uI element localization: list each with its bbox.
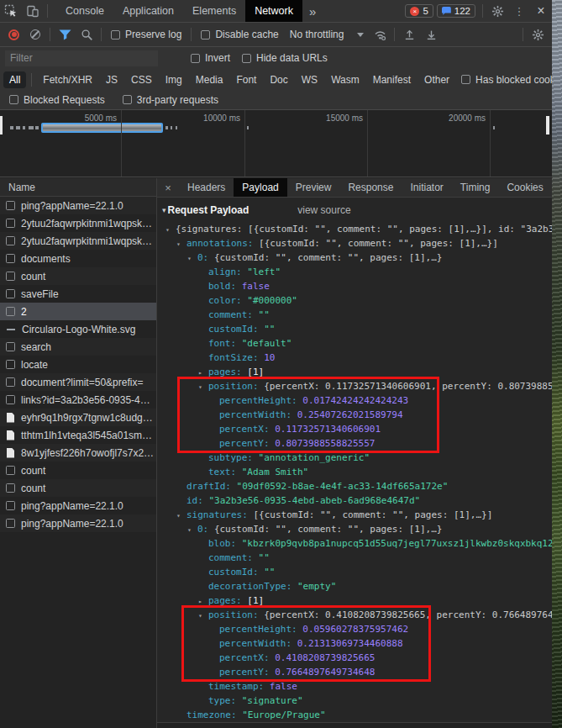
tree-toggle-icon[interactable]: ▾ bbox=[187, 523, 197, 537]
payload-line-pages[interactable]: ▸pages: [1] bbox=[157, 593, 552, 608]
more-tabs-button[interactable]: » bbox=[302, 4, 323, 18]
request-row[interactable]: document?limit=50&prefix= bbox=[0, 373, 156, 391]
tree-toggle-icon[interactable]: ▾ bbox=[187, 251, 197, 266]
clear-network-log-icon[interactable] bbox=[30, 29, 40, 40]
error-badge[interactable]: × 5 bbox=[405, 4, 433, 18]
payload-line-customId: customId: "" bbox=[157, 322, 552, 336]
kebab-menu-icon[interactable]: ⋮ bbox=[508, 0, 530, 22]
detail-tab-initiator[interactable]: Initiator bbox=[402, 178, 451, 197]
pill-js[interactable]: JS bbox=[100, 71, 123, 88]
inspect-element-icon[interactable] bbox=[0, 0, 22, 22]
pill-doc[interactable]: Doc bbox=[264, 71, 293, 88]
tree-toggle-icon[interactable]: ▾ bbox=[198, 380, 208, 394]
detail-tab-cookies[interactable]: Cookies bbox=[498, 178, 551, 197]
timeline-selection[interactable] bbox=[41, 123, 163, 133]
pill-font[interactable]: Font bbox=[230, 71, 262, 88]
view-source-link[interactable]: view source bbox=[297, 204, 350, 216]
timeline-left-handle[interactable] bbox=[0, 116, 3, 135]
request-payload-disclosure-icon[interactable]: ▾ bbox=[162, 206, 166, 214]
payload-line-position[interactable]: ▾position: {percentX: 0.4108208739825665… bbox=[157, 608, 552, 622]
request-row[interactable]: ping?appName=22.1.0 bbox=[0, 497, 156, 514]
request-row[interactable]: ping?appName=22.1.0 bbox=[0, 514, 156, 532]
request-row[interactable]: 8w1yjfesf226h7owofjl7s7x23… bbox=[0, 444, 156, 462]
request-row[interactable]: tthtm1lh1vteqa3l545a01smf… bbox=[0, 426, 156, 444]
payload-line-position[interactable]: ▾position: {percentX: 0.1173257134060690… bbox=[157, 379, 552, 393]
payload-line-0[interactable]: ▾0: {customId: "", comment: "", pages: [… bbox=[157, 522, 552, 536]
request-name: saveFile bbox=[21, 288, 156, 300]
pill-all[interactable]: All bbox=[3, 71, 26, 88]
pill-manifest[interactable]: Manifest bbox=[367, 71, 417, 88]
payload-line-signatures[interactable]: ▾signatures: [{customId: "", comment: ""… bbox=[157, 508, 552, 522]
detail-tab-preview[interactable]: Preview bbox=[287, 178, 340, 197]
tab-network[interactable]: Network bbox=[245, 0, 302, 22]
payload-value: "" bbox=[264, 567, 275, 578]
request-row[interactable]: Circularo-Logo-White.svg bbox=[0, 320, 156, 338]
pill-wasm[interactable]: Wasm bbox=[325, 71, 365, 88]
detail-tab-timing[interactable]: Timing bbox=[452, 178, 499, 197]
request-row[interactable]: 2ytuu2faqwrpkitnmi1wqpsk… bbox=[0, 214, 156, 232]
has-blocked-cookies-checkbox[interactable] bbox=[461, 75, 470, 84]
tree-toggle-icon[interactable]: ▾ bbox=[176, 509, 186, 523]
request-row[interactable]: saveFile bbox=[0, 285, 156, 303]
request-row[interactable]: links?id=3a2b3e56-0935-4e… bbox=[0, 391, 156, 409]
close-detail-icon[interactable]: × bbox=[157, 178, 179, 197]
name-column-header[interactable]: Name bbox=[0, 178, 156, 197]
payload-line-pages[interactable]: ▸pages: [1] bbox=[157, 365, 552, 379]
detail-tab-payload[interactable]: Payload bbox=[234, 178, 286, 197]
third-party-requests-checkbox[interactable] bbox=[123, 95, 132, 104]
hide-data-urls-checkbox[interactable] bbox=[242, 54, 251, 63]
pill-ws[interactable]: WS bbox=[296, 71, 323, 88]
tree-toggle-icon[interactable]: ▸ bbox=[198, 594, 208, 609]
request-row[interactable]: count bbox=[0, 462, 156, 479]
throttling-select[interactable]: No throttling bbox=[290, 29, 365, 40]
request-row[interactable]: ping?appName=22.1.0 bbox=[0, 197, 156, 214]
settings-gear-icon[interactable] bbox=[486, 0, 508, 22]
filter-funnel-icon[interactable] bbox=[54, 24, 76, 45]
pill-css[interactable]: CSS bbox=[125, 71, 158, 88]
request-row[interactable]: 2 bbox=[0, 303, 156, 320]
tree-toggle-icon[interactable]: ▾ bbox=[198, 609, 208, 623]
request-row[interactable]: search bbox=[0, 338, 156, 356]
pill-other[interactable]: Other bbox=[418, 71, 455, 88]
tab-elements[interactable]: Elements bbox=[183, 0, 245, 22]
network-conditions-icon[interactable] bbox=[369, 24, 391, 45]
export-har-icon[interactable] bbox=[420, 24, 442, 45]
disable-cache-checkbox[interactable] bbox=[201, 30, 210, 40]
detail-tab-headers[interactable]: Headers bbox=[179, 178, 234, 197]
request-row[interactable]: eyhr9q1h9rgx7tgnw1c8udg… bbox=[0, 409, 156, 426]
pill-media[interactable]: Media bbox=[190, 71, 229, 88]
request-row[interactable]: count bbox=[0, 479, 156, 497]
invert-checkbox[interactable] bbox=[191, 54, 200, 63]
request-row[interactable]: locate bbox=[0, 356, 156, 373]
request-row[interactable]: count bbox=[0, 267, 156, 285]
document-type-icon bbox=[7, 430, 14, 440]
tree-toggle-icon[interactable]: ▸ bbox=[198, 366, 208, 380]
tab-console[interactable]: Console bbox=[56, 0, 113, 22]
filter-input[interactable] bbox=[5, 50, 158, 66]
device-toolbar-icon[interactable] bbox=[22, 0, 44, 22]
pill-img[interactable]: Img bbox=[160, 71, 188, 88]
tree-toggle-icon[interactable]: ▾ bbox=[165, 223, 176, 237]
close-devtools-icon[interactable]: × bbox=[530, 0, 552, 22]
payload-line-annotations[interactable]: ▾annotations: [{customId: "", comment: "… bbox=[157, 236, 552, 251]
payload-line-root[interactable]: ▾{signatures: [{customId: "", comment: "… bbox=[157, 222, 552, 236]
payload-key: id: bbox=[186, 495, 209, 506]
network-filter-bar: Invert Hide data URLs AllFetch/XHRJSCSSI… bbox=[0, 47, 552, 110]
import-har-icon[interactable] bbox=[398, 24, 420, 45]
request-row[interactable]: 2ytuu2faqwrpkitnmi1wqpsk… bbox=[0, 232, 156, 250]
preserve-log-checkbox[interactable] bbox=[111, 30, 120, 40]
blocked-requests-checkbox[interactable] bbox=[9, 95, 18, 104]
detail-tab-response[interactable]: Response bbox=[339, 178, 402, 197]
network-settings-gear-icon[interactable] bbox=[527, 24, 549, 45]
tab-application[interactable]: Application bbox=[113, 0, 183, 22]
payload-line-0[interactable]: ▾0: {customId: "", comment: "", pages: [… bbox=[157, 251, 552, 265]
request-row[interactable]: documents bbox=[0, 250, 156, 267]
payload-value: 0.7664897649734648 bbox=[275, 667, 375, 678]
network-overview-timeline[interactable]: 5000 ms10000 ms15000 ms20000 ms bbox=[0, 110, 552, 177]
message-badge[interactable]: 122 bbox=[437, 4, 475, 18]
pill-fetch-xhr[interactable]: Fetch/XHR bbox=[37, 71, 98, 88]
tree-toggle-icon[interactable]: ▾ bbox=[176, 237, 186, 251]
timeline-right-handle[interactable] bbox=[546, 116, 549, 135]
record-network-log-icon[interactable] bbox=[8, 29, 19, 40]
search-icon[interactable] bbox=[76, 24, 97, 45]
